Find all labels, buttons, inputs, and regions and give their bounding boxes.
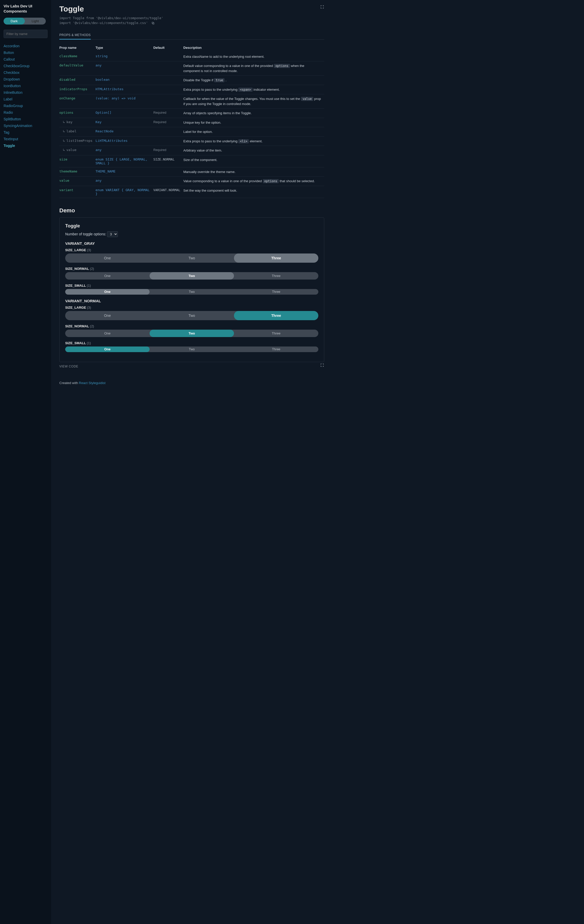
styleguidist-link[interactable]: React Styleguidist — [79, 381, 106, 385]
table-row: sizeenum SIZE { LARGE, NORMAL, SMALL }SI… — [59, 155, 324, 167]
prop-type-cell: boolean — [96, 76, 154, 85]
toggle-segment[interactable]: Two — [150, 311, 234, 320]
page-title: Toggle — [59, 5, 163, 13]
fullscreen-icon-demo[interactable] — [320, 363, 324, 367]
sidebar-item-checkbox[interactable]: Checkbox — [3, 69, 48, 76]
toggle-widget[interactable]: OneTwoThree — [65, 254, 318, 263]
toggle-segment[interactable]: Two — [150, 346, 234, 352]
demo-title: Toggle — [65, 223, 318, 229]
size-row: SIZE_SMALL (1)OneTwoThree — [65, 341, 318, 352]
toggle-widget[interactable]: OneTwoThree — [65, 272, 318, 280]
toggle-segment[interactable]: One — [65, 254, 150, 263]
size-label: SIZE_SMALL (1) — [65, 341, 318, 345]
toggle-segment[interactable]: One — [65, 330, 150, 337]
size-label: SIZE_NORMAL (2) — [65, 267, 318, 271]
fullscreen-icon[interactable] — [320, 5, 324, 9]
table-row: indicatorPropsHTMLAttributesExtra props … — [59, 85, 324, 94]
toggle-widget[interactable]: OneTwoThree — [65, 346, 318, 352]
toggle-segment[interactable]: Two — [150, 330, 234, 337]
filter-input[interactable] — [3, 30, 48, 38]
tab-props-methods[interactable]: PROPS & METHODS — [59, 31, 91, 40]
table-row: classNamestringExtra className to add to… — [59, 52, 324, 61]
footer-credit: Created with React Styleguidist — [59, 381, 324, 385]
sidebar-item-checkboxgroup[interactable]: CheckboxGroup — [3, 63, 48, 69]
toggle-segment[interactable]: Three — [234, 330, 318, 337]
prop-type-cell: Option[] — [96, 109, 154, 118]
view-code-button[interactable]: VIEW CODE — [59, 365, 78, 368]
sidebar-item-textinput[interactable]: TextInput — [3, 136, 48, 142]
prop-desc-cell: Size of the component. — [183, 155, 324, 167]
table-row: themeNameTHEME_NAMEManually override the… — [59, 167, 324, 177]
toggle-segment[interactable]: One — [65, 272, 150, 280]
prop-name-cell: ↳listItemProps — [59, 137, 96, 146]
prop-name-cell: ↳value — [59, 146, 96, 155]
col-desc: Description — [183, 44, 324, 52]
toggle-segment[interactable]: Three — [234, 289, 318, 295]
toggle-segment[interactable]: One — [65, 311, 150, 320]
table-row: optionsOption[]RequiredArray of objects … — [59, 109, 324, 118]
theme-light[interactable]: Light — [25, 18, 46, 25]
toggle-segment[interactable]: Two — [150, 272, 234, 280]
toggle-segment[interactable]: Three — [234, 272, 318, 280]
demo-heading: Demo — [59, 207, 324, 214]
prop-name-cell: className — [59, 52, 96, 61]
prop-default-cell: Required — [154, 118, 183, 127]
toggle-segment[interactable]: Two — [150, 254, 234, 263]
size-row: SIZE_NORMAL (2)OneTwoThree — [65, 324, 318, 337]
prop-desc-cell: Unique key for the option. — [183, 118, 324, 127]
toggle-segment[interactable]: Two — [150, 289, 234, 295]
prop-desc-cell: Manually override the theme name. — [183, 167, 324, 177]
sidebar-item-radio[interactable]: Radio — [3, 109, 48, 116]
size-row: SIZE_SMALL (1)OneTwoThree — [65, 284, 318, 295]
prop-desc-cell: Array of objects specifying items in the… — [183, 109, 324, 118]
toggle-segment[interactable]: Three — [234, 346, 318, 352]
prop-desc-cell: Set the way the component will look. — [183, 186, 324, 198]
theme-toggle[interactable]: Dark Light — [3, 18, 46, 25]
sidebar-item-splitbutton[interactable]: SplitButton — [3, 116, 48, 122]
tabs: PROPS & METHODS — [59, 31, 324, 40]
table-row: disabledbooleanDisable the Toggle if tru… — [59, 76, 324, 85]
sidebar-item-iconbutton[interactable]: IconButton — [3, 82, 48, 89]
num-options-select[interactable]: 3 — [107, 231, 118, 237]
toggle-segment[interactable]: One — [65, 289, 150, 295]
toggle-widget[interactable]: OneTwoThree — [65, 289, 318, 295]
prop-type-cell: (value: any) => void — [96, 94, 154, 109]
table-row: ↳valueanyRequiredArbitrary value of the … — [59, 146, 324, 155]
toggle-widget[interactable]: OneTwoThree — [65, 330, 318, 337]
size-row: SIZE_LARGE (3)OneTwoThree — [65, 248, 318, 263]
variant-heading: VARIANT_NORMAL — [65, 299, 318, 303]
copy-icon[interactable] — [151, 21, 155, 26]
main: Toggle import Toggle from '@vivlabs/dev-… — [51, 0, 333, 924]
sidebar-item-button[interactable]: Button — [3, 50, 48, 56]
demo-box: Toggle Number of toggle options: 3 VARIA… — [59, 218, 324, 362]
sidebar-item-accordion[interactable]: Accordion — [3, 43, 48, 50]
toggle-widget[interactable]: OneTwoThree — [65, 311, 318, 320]
import-block: import Toggle from '@vivlabs/dev-ui/comp… — [59, 16, 163, 26]
import-line-2: import '@vivlabs/dev-ui/components/toggl… — [59, 21, 148, 25]
prop-desc-cell: Extra props to pass to the underlying <s… — [183, 85, 324, 94]
prop-type-cell: LiHTMLAttributes — [96, 137, 154, 146]
sidebar-item-inlinebutton[interactable]: InlineButton — [3, 89, 48, 96]
theme-dark[interactable]: Dark — [3, 18, 25, 25]
prop-name-cell: variant — [59, 186, 96, 198]
sidebar-title: Viv Labs Dev UI Components — [3, 3, 48, 14]
size-label: SIZE_LARGE (3) — [65, 305, 318, 309]
prop-desc-cell: Disable the Toggle if true . — [183, 76, 324, 85]
toggle-segment[interactable]: Three — [234, 311, 318, 320]
sidebar-item-syncinganimation[interactable]: SyncingAnimation — [3, 122, 48, 129]
sidebar-item-toggle[interactable]: Toggle — [3, 142, 48, 149]
prop-type-cell: enum SIZE { LARGE, NORMAL, SMALL } — [96, 155, 154, 167]
col-type: Type — [96, 44, 154, 52]
toggle-segment[interactable]: One — [65, 346, 150, 352]
prop-default-cell — [154, 137, 183, 146]
prop-desc-cell: Extra props to pass to the underlying <l… — [183, 137, 324, 146]
sidebar-item-callout[interactable]: Callout — [3, 56, 48, 63]
sidebar-item-label[interactable]: Label — [3, 96, 48, 102]
table-row: variantenum VARIANT { GRAY, NORMAL }VARI… — [59, 186, 324, 198]
table-row: onChange(value: any) => voidCallback for… — [59, 94, 324, 109]
sidebar-item-dropdown[interactable]: Dropdown — [3, 76, 48, 82]
sidebar-item-radiogroup[interactable]: RadioGroup — [3, 102, 48, 109]
toggle-segment[interactable]: Three — [234, 254, 318, 263]
sidebar-item-tag[interactable]: Tag — [3, 129, 48, 136]
prop-desc-cell: Callback for when the value of the Toggl… — [183, 94, 324, 109]
